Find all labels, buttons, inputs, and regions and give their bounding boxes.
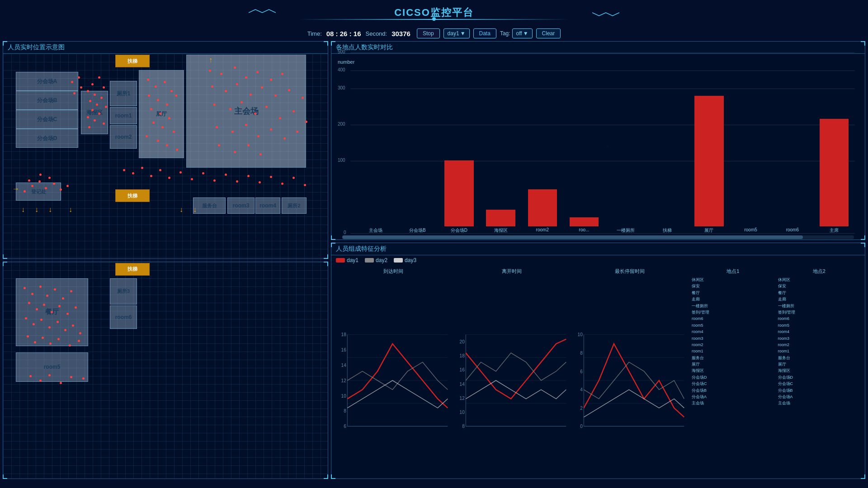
list-item: 分会场B (692, 387, 774, 394)
mini-chart-svg-wrap: 8101214161820 (454, 277, 569, 484)
chart-body: 100 200 300 400 500 0 主会场分会场B分会场D海报区room… (337, 66, 859, 234)
svg-text:12: 12 (341, 378, 347, 383)
bar-item (772, 73, 813, 226)
list-item: 签到/管理 (778, 309, 860, 315)
bar-x-label: 海报区 (480, 227, 522, 234)
list-item: 主会场 (778, 400, 860, 406)
mini-chart: 最长停留时间0246810 (572, 268, 687, 484)
bar-item (563, 73, 605, 226)
room-sub-a: 分会场A (16, 72, 78, 91)
floor2-map-panel: 扶梯 餐厅 厕所3 room6 room5 (3, 262, 328, 479)
mini-chart: 离开时间8101214161820 (454, 268, 569, 484)
arrow-down1: ↓ (21, 206, 25, 214)
header-deco-right (592, 8, 619, 17)
list-item: 展厅 (778, 361, 860, 367)
svg-text:10: 10 (578, 332, 583, 337)
bar-chart-panel: 各地点人数实时对比 number 100 200 300 400 500 0 主… (331, 41, 865, 240)
header: CICSO监控平台 (0, 0, 868, 25)
arrow-down4: ↓ (69, 206, 72, 214)
data-button[interactable]: Data (473, 28, 496, 38)
list-item: 休闲区 (692, 277, 774, 283)
main-layout: 人员实时位置示意图 扶梯 分会场A 分会场B 分会场C 分会场D 海报区 厕所1 (0, 41, 868, 482)
list-item: 一楼厕所 (692, 303, 774, 309)
bar-item (813, 73, 855, 226)
list-item: room1 (692, 348, 774, 354)
list-item: 主会场 (692, 400, 774, 406)
y-axis-label: number (338, 59, 354, 65)
header-dot (432, 17, 436, 21)
list-item: 海报区 (778, 367, 860, 374)
room-sub-b: 分会场B (16, 91, 78, 110)
legend-label: day3 (405, 257, 416, 263)
bar-x-label: 主席 (813, 227, 855, 234)
list-item: 分会场D (778, 374, 860, 380)
list-item: 休闲区 (778, 277, 860, 283)
list-item: 一楼厕所 (778, 303, 860, 309)
list-item: 签到/管理 (692, 309, 774, 315)
room-room5: room5 (16, 352, 88, 382)
svg-text:8: 8 (462, 424, 465, 429)
bar-rect (694, 96, 724, 226)
bar-item (480, 73, 522, 226)
room-room2: room2 (110, 125, 137, 149)
legend-item: day3 (394, 257, 416, 263)
list-item: 分会场C (778, 380, 860, 387)
list-item: room3 (778, 335, 860, 342)
list-item: 服务台 (778, 355, 860, 361)
tag-wrap: Tag: off ▼ (500, 28, 533, 38)
bar-x-label: room6 (772, 227, 813, 234)
bar-rect (570, 217, 599, 226)
header-deco-left (249, 8, 276, 17)
room-main-hall: 主会场 (186, 55, 306, 168)
svg-text:14: 14 (341, 363, 347, 368)
room-exhibition: 展厅 (139, 70, 184, 158)
list-item: 分会场A (692, 394, 774, 400)
arrow-down2: ↓ (35, 206, 38, 214)
list-item: room6 (778, 315, 860, 322)
bar-item (688, 73, 730, 226)
line-chart-svg: 8101214161820 (454, 277, 569, 484)
bar-rect (444, 160, 474, 226)
svg-text:14: 14 (459, 382, 465, 387)
list-item: 餐厅 (778, 290, 860, 296)
clear-button[interactable]: Clear (536, 28, 561, 38)
second-value: 30376 (392, 30, 410, 38)
room-toilet1: 厕所1 (110, 81, 137, 106)
x-labels: 主会场分会场B分会场D海报区room2roo...一楼厕所扶梯展厅room5ro… (355, 227, 855, 234)
analysis-content: 到达时间681012141618离开时间8101214161820最长停留时间0… (331, 265, 865, 487)
mini-chart-title: 离开时间 (454, 268, 569, 275)
mini-chart-svg-wrap: 0246810 (572, 277, 687, 484)
list-item: room2 (692, 342, 774, 348)
scrollbar-thumb (342, 235, 803, 239)
list-item: 服务台 (692, 355, 774, 361)
legend-color (365, 258, 374, 263)
list-item: room4 (778, 328, 860, 335)
time-value: 08 : 26 : 16 (326, 30, 361, 38)
arrow-down5: ↓ (179, 206, 183, 214)
mini-chart-svg-wrap: 681012141618 (336, 277, 451, 484)
legend-item: day1 (336, 257, 359, 263)
bar-x-label: 扶梯 (646, 227, 688, 234)
list-item: 分会场A (778, 394, 860, 400)
bar-x-label: room2 (522, 227, 563, 234)
time-label: Time: (307, 30, 322, 37)
location-list-title: 地点2 (778, 268, 860, 275)
room-room3: room3 (227, 197, 255, 214)
chart-scrollbar[interactable] (342, 235, 854, 239)
list-item: 餐厅 (692, 290, 774, 296)
room-toilet3: 厕所3 (110, 278, 137, 305)
arrow-up1: ↑ (209, 56, 212, 64)
analysis-panel: 人员组成特征分析 day1day2day3 到达时间681012141618离开… (331, 243, 865, 479)
stop-button[interactable]: Stop (417, 28, 440, 38)
svg-text:20: 20 (459, 339, 465, 344)
day-select[interactable]: day1 ▼ (443, 28, 470, 38)
svg-text:16: 16 (341, 347, 347, 352)
list-item: room1 (778, 348, 860, 354)
left-panel: 人员实时位置示意图 扶梯 分会场A 分会场B 分会场C 分会场D 海报区 厕所1 (3, 41, 328, 479)
list-item: room5 (692, 322, 774, 328)
svg-text:12: 12 (459, 396, 465, 401)
svg-text:4: 4 (580, 387, 583, 392)
list-item: 走廊 (692, 296, 774, 302)
legend-label: day2 (376, 257, 387, 263)
tag-select[interactable]: off ▼ (512, 28, 533, 38)
